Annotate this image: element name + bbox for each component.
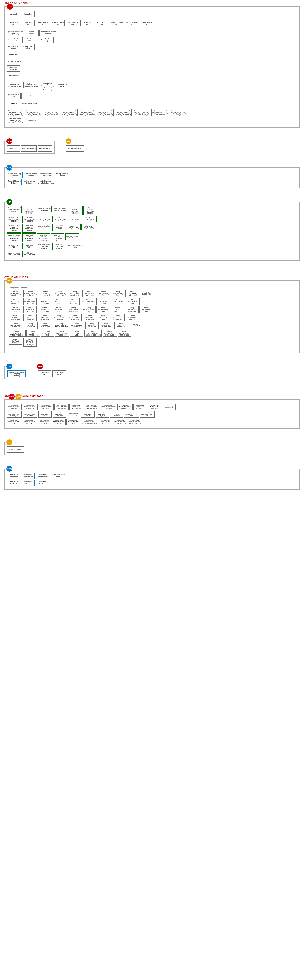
dp-upload-partner[interactable]: batch_onm_uploadPARTNER xyxy=(37,224,51,230)
merchant-iet-jv-cd[interactable]: merchantepayMERCHANT_IET_JV_CD_XHAMBERSI… xyxy=(81,418,98,425)
job-batch-onm-7[interactable]: batch_onm_cins_mst_cas_flds_IMPORT_PURGE… xyxy=(115,109,132,116)
dp-close-purchase[interactable]: batch_onmCLOSEPURCHASEORDERS xyxy=(22,234,36,242)
fp-pricechange-recalc[interactable]: PriceChangeRecalculation xyxy=(7,473,21,479)
job-rdfbatch[interactable]: rdfbatch-oste xyxy=(7,73,21,79)
cyclic-sa-purge[interactable]: bblwepSA_PURGE_JOB xyxy=(140,306,153,313)
job-mkupdt[interactable]: mkupdt xyxy=(21,93,35,99)
dp-file[interactable]: batch_onmFILE_* xyxy=(22,243,36,249)
merchant-conn-item[interactable]: merchantepayMERCHANT_CONN_ITEM_JN_TRADE xyxy=(84,404,99,410)
job-dbo-path[interactable]: dbo:Path xyxy=(7,145,21,151)
job-export-items[interactable]: export_item(s)(M) xyxy=(36,20,49,26)
dp-create-customer-1[interactable]: batch_onmCREATECUSTOMERORDERS xyxy=(37,234,50,242)
cyclic-comp-orders[interactable]: bblwepCOMP_ORDERS_PURGE_JOB xyxy=(70,322,84,329)
fp-promotion-recalc[interactable]: PromotionRecalcInherent xyxy=(36,473,49,479)
job-pricingrunnnable[interactable]: PricingRunnableBalance xyxy=(55,172,69,178)
cyclic-future-data[interactable]: bblwepFUTURE_DATA_PURGE_JOB xyxy=(23,298,37,305)
dp-item-budget-2[interactable]: batch_onmITEM_BUDGET_* xyxy=(81,224,95,230)
cyclic-cost-change[interactable]: bblwepCOST_CHANGE_PURGE_JOB xyxy=(53,290,67,297)
job-batch-onm-10[interactable]: batch_onm_cins_mst_cas_flds_HC_ADHOC_JOB… xyxy=(170,109,187,116)
job-export-merchant[interactable]: export_merchant(M) xyxy=(50,20,65,26)
merchant-chan-purge-2[interactable]: merchantepayMERCHANT_CHAN_PURGE_JOB xyxy=(117,404,132,410)
job-batch-onm-ver[interactable]: batch_onm_ver_mtl_IMPORT_HC_SI_EXPORT_OR… xyxy=(7,117,24,124)
cyclic-item-returns[interactable]: bblwepITEM_RETURNS_CLOSE_JOB xyxy=(9,322,23,329)
dp-item-loc-cor[interactable]: batch_onmITEM_LOC_COR xyxy=(54,216,67,222)
dp-upload-receive-purchase[interactable]: batch_onm_uploadRECEIVEPURCHASEORDERS xyxy=(7,224,21,232)
dp-upload-item-loc-cor[interactable]: batch_onm_uploadITEM_LOC_COR xyxy=(38,216,53,222)
job-armorkeys[interactable]: armorkeysBatch xyxy=(53,371,66,377)
job-preparedataitems2[interactable]: prepareDataItems(data) xyxy=(38,37,54,43)
job-export-impexp[interactable]: export_imp/exp(M) xyxy=(65,20,79,26)
job-batch-onm-3[interactable]: batch_onm_cins_msf_cas_flds_EXPORT_HC_EX… xyxy=(43,109,60,116)
cyclic-sim-avail-running[interactable]: bblwepSIM_AVAIL_RUNNING_JOB xyxy=(9,337,22,345)
cyclic-history[interactable]: bblwepHISTORY_PURGE_JOB xyxy=(38,298,51,305)
fp-promotion-calc[interactable]: PromotionCalcBatch xyxy=(36,480,49,486)
merchant-tc-an[interactable]: merchantepayMERCHANT_TC_AN xyxy=(81,411,95,418)
cyclic-order-purge[interactable]: bblwepORDER_PURGE_JOB xyxy=(38,306,51,313)
job-datconversion[interactable]: datConversionBalance xyxy=(22,179,36,185)
job-batch-onm-2[interactable]: batch_onm_cins_mst_cas_flds_EXPORT_ADHOC… xyxy=(25,109,42,116)
cyclic-sim-avail-history[interactable]: bblwepSIM_AVAIL_HISTORY_PURGE_JOB xyxy=(23,337,37,346)
job-manipulate-validation[interactable]: manipulate/validation xyxy=(66,145,84,151)
cyclic-stagelog[interactable]: bblwepSTAGELOG_PURGE_JOB xyxy=(38,314,51,321)
dp-create-purchase-orders[interactable]: batch_onmCREATEPURCHASEORDERS xyxy=(22,206,36,215)
dp-upload-item-expenses[interactable]: batch_onm_uploadITEM_EXPENSES xyxy=(53,206,67,212)
job-revalidation[interactable]: re-validation xyxy=(25,117,38,123)
dp-upload-close-purchase[interactable]: batch_onm_uploadCLOSEPURCHASEORDERS xyxy=(7,234,21,242)
merchant-iet-jv-his[interactable]: merchantepayMERCHANT_IET_JV_HIS xyxy=(52,418,65,425)
cyclic-proc-purge[interactable]: bblwepPROC_PURGE_JOB xyxy=(82,306,95,313)
dp-item-budget-1[interactable]: batch_onmITEM_BUDGET_* xyxy=(67,224,81,230)
job-dbo-receipt-post[interactable]: dbo: Receipt Post xyxy=(21,145,37,151)
merchant-trbl-purge[interactable]: merchantepayMERCHANT_TRBL_PURGE_JOB xyxy=(7,411,22,418)
job-clineupload[interactable]: clineUpload xyxy=(21,11,35,17)
cyclic-tc-orders[interactable]: bblwepTC_ORDERS_PURGE_JOB xyxy=(111,314,125,321)
merchant-relrej-trbl[interactable]: merchantepayMERCHANT_RELREJ_TRBL_JOB xyxy=(100,404,117,410)
merchant-pc[interactable]: merchantepayMERCHANT_PC xyxy=(67,411,80,417)
cyclic-deal-purge[interactable]: bblwepDEAL_PURGE_JOB xyxy=(97,290,110,297)
cyclic-subscription[interactable]: bblwepSUBSCRIPTION_PURGE_JOB xyxy=(100,322,113,329)
cyclic-stock-ledger[interactable]: bblwepSTOCK_LEDGER_PURGE_JOB xyxy=(67,314,82,321)
job-clinegrade[interactable]: clinegrade xyxy=(7,11,21,17)
cyclic-invo-glo[interactable]: bblwepINVO_GLO_JOB xyxy=(52,298,65,305)
cyclic-activity[interactable]: bblwepACTIVITY_PURGE_JOB xyxy=(9,314,22,321)
dp-receive-customer[interactable]: batch_onmRECEIVECUSTOMERORDERS xyxy=(83,206,97,215)
cyclic-store-orders[interactable]: bblwepSTORE_ORDERS_PURGE_JOB xyxy=(66,306,81,313)
dp-onm-xls-truncate[interactable]: onm_xls_truncate xyxy=(65,234,79,240)
job-batch-onm-5[interactable]: batch_onm_cins_mst_cas_flds_CLOSE_ADHOC_… xyxy=(79,109,95,116)
job-getnextcycdate[interactable]: GetNextCycDateBalance xyxy=(24,172,38,178)
fp-clearance-recalc[interactable]: ClearanceRecalcInherent xyxy=(21,473,35,479)
cyclic-tc-orders-loc[interactable]: bblwepTC_ORDERS_LOC_JOB xyxy=(126,314,139,321)
job-batch-onm-8[interactable]: batch_onm_cins_mst_cas_flds_HC_IMPORT_PO… xyxy=(132,109,150,116)
cyclic-order-into[interactable]: bblwepORDER_INTO_PURGE_JOB xyxy=(23,306,37,313)
job-strategy-var-purge[interactable]: strategy_var(purge) xyxy=(56,82,69,88)
job-listdata[interactable]: list-data(data) xyxy=(24,37,37,43)
job-export-diffig[interactable]: export_diffig(M) xyxy=(7,20,21,26)
dp-open-purchase-orders[interactable]: batch_onm_uploadOPEN PURCHASEORDERS xyxy=(7,206,22,213)
dp-exp-purchase[interactable]: batch_onm_uploadEXP_PURCHASEORDERS xyxy=(7,216,21,223)
cyclic-list-purge[interactable]: bblwepLIST_PURGE_JOB xyxy=(112,298,125,305)
job-strategy-var-combo2[interactable]: strategy_var(combo-Advance) xyxy=(23,82,39,88)
merchant-order[interactable]: merchantepayMERCHANT_ORDER xyxy=(38,411,52,418)
cyclic-strlogs[interactable]: bblwepSTRLOGS_PURGE_JOB xyxy=(23,314,37,321)
job-itemupdate[interactable]: itemupdate/prepare xyxy=(21,100,38,106)
merchant-harbor[interactable]: merchantepaymerchantharbor xyxy=(162,404,175,410)
job-batch-onm-4[interactable]: batch_onm_cins_mst_cas_flds_IMPORT_ADHOC… xyxy=(60,109,78,116)
cyclic-contract[interactable]: bblwepCONTRACT_PURGE_JOB xyxy=(39,290,52,297)
dp-release-db-setup[interactable]: batch_onm_release_db_setup xyxy=(67,243,85,249)
job-fieldlist[interactable]: field list(rable) xyxy=(25,30,38,36)
job-dbo-size-profile[interactable]: dbo: Size Profile xyxy=(38,145,52,151)
merchant-iet-jv-trl-ust[interactable]: merchantepayMERCHANT_IET_JV_TRL_UST_JOB xyxy=(113,418,127,425)
cyclic-retrace-int[interactable]: bblwepRETRACE_INT_PURGE_JOB xyxy=(118,330,131,337)
merchant-ranger[interactable]: merchantepayMERCHANT_RANGER xyxy=(110,411,123,418)
job-batch-onm-6[interactable]: batch_onm_cins_mst_cas_flds_RECEIVE_ADHO… xyxy=(97,109,114,116)
job-preparefieldlist-post[interactable]: prepareFieldList post(rable/re) xyxy=(40,30,57,36)
cyclic-doc-queue[interactable]: bblwepDOC_QUEUE_PURGE_JOB xyxy=(125,290,139,297)
merchant-partner[interactable]: merchantepayMERCHANT_PARTNER xyxy=(148,404,161,410)
cyclic-items-purge[interactable]: bblwepITEMS_PURGE_JOB xyxy=(24,322,38,329)
cyclic-retrace-high[interactable]: bblwepRETRACE_HIGH_PURGE_JOB xyxy=(102,330,117,337)
dp-half-data[interactable]: batch_onmHALF_DATA xyxy=(83,216,97,222)
merchant-att-job[interactable]: merchantepayMERCHANT_ATT_JOB xyxy=(7,418,21,425)
dp-upload-expenses[interactable]: batch_onm_uploadEXPENSES xyxy=(37,206,51,212)
cyclic-ship-purge[interactable]: bblwepSHIP_PURGE_JOB xyxy=(9,306,22,313)
cyclic-buyer-vend[interactable]: bblwepBUYER_VEND_PURGE_JOB xyxy=(9,290,22,297)
dp-item-loc-hist[interactable]: batch_onmITEM_LOC_HIST xyxy=(22,251,36,257)
